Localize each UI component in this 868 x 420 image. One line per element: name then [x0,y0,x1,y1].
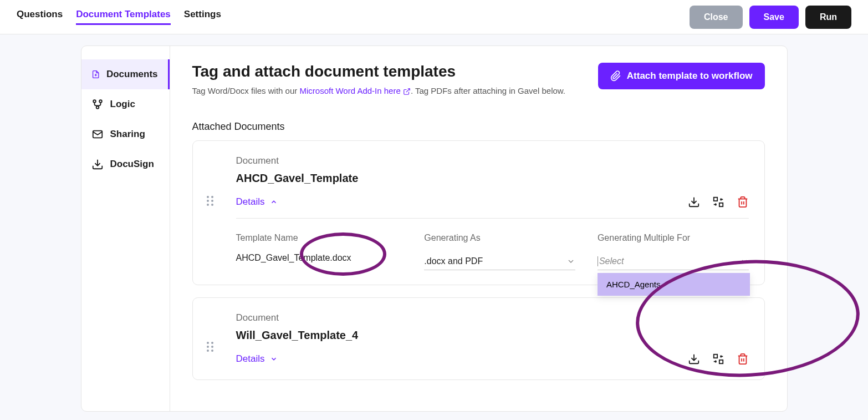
svg-point-9 [211,196,213,198]
tab-document-templates[interactable]: Document Templates [76,9,171,25]
svg-point-21 [207,346,209,348]
trash-icon[interactable] [737,353,749,365]
svg-point-8 [207,196,209,198]
sidenav-item-sharing[interactable]: Sharing [81,119,170,149]
tab-questions[interactable]: Questions [17,9,63,25]
attached-documents-label: Attached Documents [192,121,765,133]
details-toggle[interactable]: Details [236,353,278,365]
sidenav-item-label: Documents [106,69,158,80]
subtitle-pre: Tag Word/Docx files with our [192,86,300,95]
generating-as-label: Generating As [424,233,575,243]
svg-point-3 [99,100,102,103]
drag-handle-icon[interactable] [206,341,214,355]
svg-point-12 [207,204,209,206]
sidenav-item-label: DocuSign [110,159,154,170]
replace-action-icon[interactable] [712,353,724,365]
close-button[interactable]: Close [690,6,743,29]
download-action-icon[interactable] [688,196,700,208]
svg-rect-26 [713,355,717,358]
dropdown-option[interactable]: AHCD_Agents [598,273,750,296]
svg-point-11 [211,200,213,202]
page-subtitle: Tag Word/Docx files with our Microsoft W… [192,86,566,95]
run-button[interactable]: Run [805,6,851,29]
download-action-icon[interactable] [688,353,700,365]
document-card: Document Will_Gavel_Template_4 Details [192,297,765,380]
template-name-value: AHCD_Gavel_Template.docx [236,253,402,263]
generating-multiple-dropdown: AHCD_Agents [598,273,750,296]
sidenav-item-label: Sharing [110,129,145,140]
sidenav-item-docusign[interactable]: DocuSign [81,149,170,179]
trash-icon[interactable] [737,196,749,208]
svg-point-10 [207,200,209,202]
mail-icon [91,128,104,140]
svg-point-4 [96,106,99,109]
select-placeholder: Select [598,256,624,266]
logic-icon [91,98,104,110]
document-label: Document [236,312,749,323]
svg-point-22 [211,346,213,348]
document-card: Document AHCD_Gavel_Template Details [192,140,765,285]
details-label: Details [236,196,265,208]
svg-point-20 [211,342,213,344]
replace-action-icon[interactable] [712,196,724,208]
document-name: AHCD_Gavel_Template [236,172,749,185]
svg-point-24 [211,350,213,352]
generating-as-value: .docx and PDF [424,256,483,266]
page-title: Tag and attach document templates [192,63,566,80]
svg-point-13 [211,204,213,206]
subtitle-post: . Tag PDFs after attaching in Gavel belo… [411,86,565,95]
generating-as-select[interactable]: .docx and PDF [424,253,575,270]
svg-point-19 [207,342,209,344]
svg-point-2 [93,100,96,103]
template-name-label: Template Name [236,233,402,243]
save-button[interactable]: Save [749,6,799,29]
document-plus-icon [91,68,100,80]
details-toggle[interactable]: Details [236,196,278,208]
svg-point-23 [207,350,209,352]
svg-line-7 [406,89,410,92]
tab-settings[interactable]: Settings [184,9,221,25]
sidenav-item-logic[interactable]: Logic [81,89,170,119]
attach-template-label: Attach template to workflow [627,70,753,82]
chevron-down-icon [566,257,575,266]
generating-multiple-label: Generating Multiple For [598,233,749,243]
sidenav: Documents Logic Sharing DocuSign [81,46,170,411]
svg-rect-16 [719,203,722,206]
word-addin-link[interactable]: Microsoft Word Add-In here [299,86,410,95]
chevron-down-icon [270,355,278,363]
sidenav-item-documents[interactable]: Documents [81,59,170,89]
paperclip-icon [610,70,621,82]
chevron-down-icon [740,257,749,266]
generating-multiple-select[interactable]: Select [598,253,749,270]
document-label: Document [236,155,749,166]
chevron-up-icon [270,198,278,206]
sidenav-item-label: Logic [110,99,135,110]
external-link-icon [403,88,411,95]
details-label: Details [236,353,265,365]
svg-rect-15 [713,198,717,201]
attach-template-button[interactable]: Attach template to workflow [598,63,765,89]
download-icon [91,158,104,170]
drag-handle-icon[interactable] [206,195,214,209]
document-name: Will_Gavel_Template_4 [236,329,749,342]
svg-rect-27 [719,360,722,363]
